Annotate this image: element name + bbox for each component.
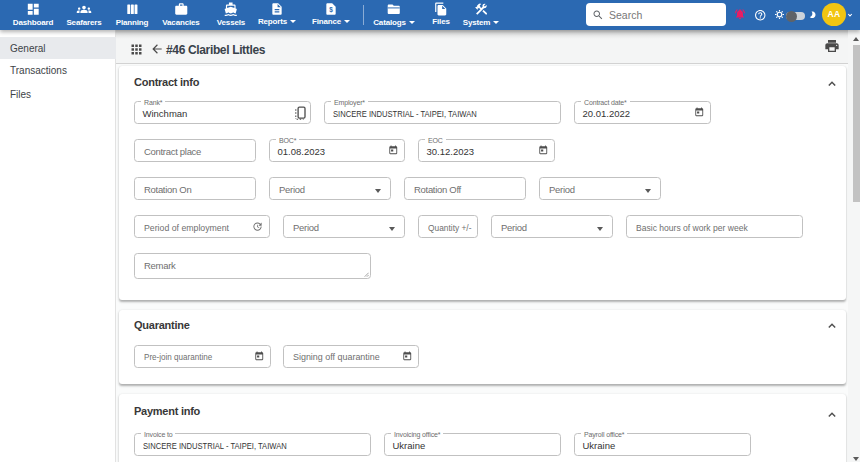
svg-text:$: $	[329, 6, 333, 14]
